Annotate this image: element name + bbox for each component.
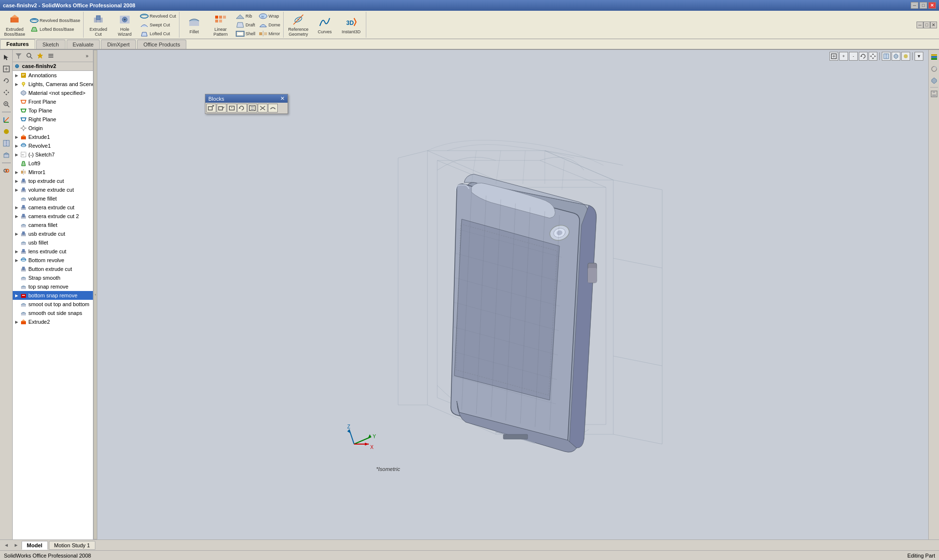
expand-lights[interactable]: ▶	[14, 81, 20, 87]
mate-btn[interactable]	[1, 165, 12, 176]
expand-extrude1[interactable]: ▶	[14, 134, 20, 140]
tree-item-bottom-snap-remove[interactable]: ▶ bottom snap remove	[13, 291, 93, 300]
expand-sketch7[interactable]: ▶	[14, 152, 20, 157]
expand-extrude2[interactable]: ▶	[14, 319, 20, 325]
section-view-btn[interactable]	[1, 138, 12, 149]
tree-item-material[interactable]: Material <not specified>	[13, 89, 93, 97]
tree-item-origin[interactable]: Origin	[13, 124, 93, 133]
tab-dimxpert[interactable]: DimXpert	[101, 40, 136, 49]
expand-bottom-snap-remove[interactable]: ▶	[14, 292, 20, 298]
reference-geometry-button[interactable]: ReferenceGeometry	[286, 12, 311, 38]
tab-office[interactable]: Office Products	[137, 40, 186, 49]
ftree-search-btn[interactable]	[24, 51, 34, 61]
maximize-button[interactable]: □	[919, 2, 927, 9]
pan-btn[interactable]	[1, 87, 12, 98]
blocks-edit-btn[interactable]	[217, 104, 226, 112]
tab-evaluate[interactable]: Evaluate	[67, 40, 100, 49]
tree-item-top-plane[interactable]: Top Plane	[13, 106, 93, 115]
shell-row[interactable]: Shell	[235, 29, 255, 38]
tree-item-volume-fillet[interactable]: volume fillet	[13, 194, 93, 203]
rotate-view-btn[interactable]	[1, 75, 12, 86]
expand-camera-extrude-cut2[interactable]: ▶	[14, 213, 20, 219]
blocks-close-icon[interactable]: ✕	[280, 95, 285, 102]
revolved-cut-row[interactable]: Revolved Cut	[139, 12, 176, 21]
expand-revolve1[interactable]: ▶	[14, 143, 20, 149]
blocks-new-btn[interactable]	[206, 104, 216, 112]
tree-item-smooth-side-snaps[interactable]: smooth out side snaps	[13, 309, 93, 317]
tree-item-extrude2[interactable]: ▶ Extrude2	[13, 317, 93, 326]
tree-item-strap-smooth[interactable]: Strap smooth	[13, 273, 93, 282]
tree-item-top-extrude-cut[interactable]: ▶ top extrude cut	[13, 177, 93, 185]
tree-item-sketch7[interactable]: ▶ ✏ (-) Sketch7	[13, 150, 93, 159]
extruded-cut-button[interactable]: ExtrudedCut	[86, 12, 111, 38]
tree-item-annotations[interactable]: ▶ Annotations	[13, 71, 93, 80]
tree-item-usb-extrude-cut[interactable]: ▶ usb extrude cut	[13, 229, 93, 238]
ftree-pin-btn[interactable]	[35, 51, 45, 61]
tree-item-lights[interactable]: ▶ Lights, Cameras and Scene	[13, 80, 93, 89]
tree-item-button-extrude-cut[interactable]: Button extrude cut	[13, 265, 93, 273]
select-tool[interactable]	[1, 52, 12, 63]
dome-row[interactable]: Dome	[258, 21, 280, 29]
tree-item-top-snap-remove[interactable]: top snap remove	[13, 282, 93, 291]
rs-save-btn[interactable]	[929, 89, 939, 99]
zoom-in-btn[interactable]	[1, 99, 12, 110]
tree-item-front-plane[interactable]: Front Plane	[13, 97, 93, 106]
bottom-tab-motion-study[interactable]: Motion Study 1	[49, 541, 95, 550]
tree-item-revolve1[interactable]: ▶ Revolve1	[13, 141, 93, 150]
ftree-filter-btn[interactable]	[14, 51, 23, 61]
hole-wizard-button[interactable]: HoleWizard	[112, 12, 137, 38]
minimize-button[interactable]: ─	[911, 2, 918, 9]
triad-btn[interactable]	[1, 114, 12, 125]
wrap-row[interactable]: W Wrap	[258, 12, 280, 21]
tree-item-bottom-revolve[interactable]: ▶ Bottom revolve	[13, 256, 93, 265]
rs-display-mode[interactable]	[929, 75, 939, 86]
swept-cut-row[interactable]: Swept Cut	[139, 21, 176, 29]
close-button[interactable]: ✕	[928, 2, 936, 9]
expand-camera-extrude-cut[interactable]: ▶	[14, 204, 20, 210]
expand-lens-extrude-cut[interactable]: ▶	[14, 248, 20, 254]
blocks-belt-btn[interactable]	[268, 104, 278, 112]
zoom-fit-btn[interactable]	[1, 64, 12, 74]
tree-collapse-handle[interactable]: ‹	[93, 50, 97, 539]
tree-item-usb-fillet[interactable]: usb fillet	[13, 238, 93, 247]
fillet-button[interactable]: Fillet	[181, 12, 207, 38]
expand-mirror1[interactable]: ▶	[14, 169, 20, 175]
tab-features[interactable]: Features	[0, 39, 35, 49]
blocks-rebuild-btn[interactable]	[237, 104, 247, 112]
tree-item-camera-fillet[interactable]: camera fillet	[13, 221, 93, 229]
instant3d-button[interactable]: 3D Instant3D	[338, 12, 364, 38]
lofted-cut-row[interactable]: Lofted Cut	[139, 29, 176, 38]
feature-tree-root[interactable]: ⊕ case-finishv2	[13, 62, 93, 71]
view-orientation-btn[interactable]	[1, 150, 12, 160]
toolbar-minimize[interactable]: ─	[917, 22, 923, 28]
expand-top-extrude-cut[interactable]: ▶	[14, 178, 20, 184]
ftree-expand-all[interactable]: »	[82, 51, 92, 61]
toolbar-restore[interactable]: □	[923, 22, 930, 28]
tree-item-lens-extrude-cut[interactable]: ▶ lens extrude cut	[13, 247, 93, 256]
lofted-boss-row[interactable]: Lofted Boss/Base	[29, 25, 80, 34]
tree-item-volume-extrude-cut[interactable]: ▶ volume extrude cut	[13, 185, 93, 194]
scroll-left[interactable]: ◄	[2, 542, 11, 548]
tree-item-mirror1[interactable]: ▶ Mirror1	[13, 168, 93, 177]
tree-item-loft9[interactable]: Loft9	[13, 159, 93, 168]
scroll-right[interactable]: ►	[12, 542, 21, 548]
mirror-row[interactable]: Mirror	[258, 29, 280, 38]
tree-item-smooth-top-bottom[interactable]: smoot out top and bottom	[13, 300, 93, 309]
tree-item-right-plane[interactable]: Right Plane	[13, 115, 93, 124]
expand-usb-extrude-cut[interactable]: ▶	[14, 231, 20, 237]
revolved-boss-row[interactable]: Revolved Boss/Base	[29, 16, 80, 25]
curves-button[interactable]: Curves	[312, 12, 337, 38]
tree-item-extrude1[interactable]: ▶ Extrude1	[13, 133, 93, 141]
linear-pattern-button[interactable]: LinearPattern	[208, 12, 233, 38]
blocks-add-btn[interactable]	[227, 104, 237, 112]
blocks-save-btn[interactable]	[247, 104, 257, 112]
tree-item-camera-extrude-cut[interactable]: ▶ camera extrude cut	[13, 203, 93, 212]
expand-vol-extrude-cut[interactable]: ▶	[14, 187, 20, 193]
appearance-btn[interactable]	[1, 126, 12, 137]
rs-view-palette[interactable]	[929, 52, 939, 63]
bottom-tab-model[interactable]: Model	[22, 541, 48, 550]
extruded-boss-button[interactable]: ExtrudedBoss/Base	[2, 12, 27, 38]
rs-appearance[interactable]	[929, 64, 939, 74]
tree-item-camera-extrude-cut2[interactable]: ▶ camera extrude cut 2	[13, 212, 93, 221]
expand-bottom-revolve[interactable]: ▶	[14, 257, 20, 263]
